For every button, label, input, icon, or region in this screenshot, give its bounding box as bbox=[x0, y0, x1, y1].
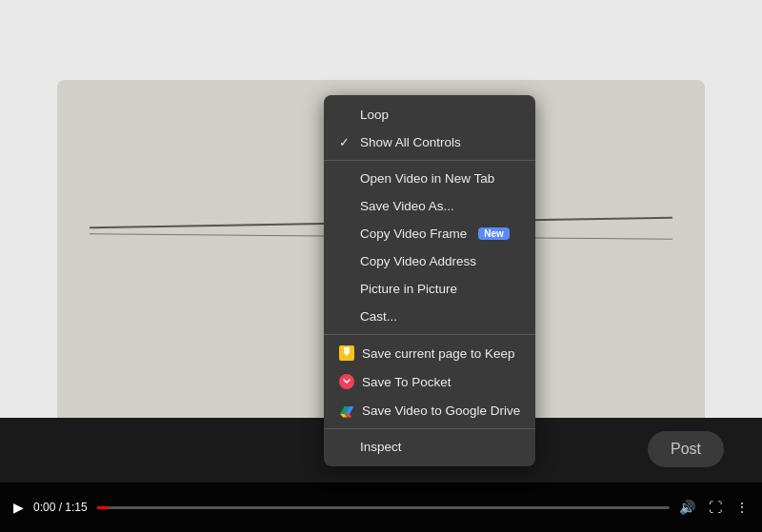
menu-item-pip-label: Picture in Picture bbox=[360, 282, 457, 296]
menu-item-save-to-drive-label: Save Video to Google Drive bbox=[362, 404, 520, 418]
volume-icon[interactable]: 🔊 bbox=[679, 500, 695, 515]
menu-item-loop[interactable]: Loop bbox=[324, 101, 535, 128]
separator-2 bbox=[324, 334, 535, 335]
menu-item-save-to-keep[interactable]: Save current page to Keep bbox=[324, 339, 535, 367]
time-display: 0:00 / 1:15 bbox=[33, 501, 88, 514]
menu-item-inspect-label: Inspect bbox=[360, 440, 402, 454]
post-button[interactable]: Post bbox=[648, 431, 724, 467]
menu-item-save-video-as[interactable]: Save Video As... bbox=[324, 192, 535, 220]
menu-item-save-to-drive[interactable]: Save Video to Google Drive bbox=[324, 396, 535, 424]
context-menu: Loop ✓ Show All Controls Open Video in N… bbox=[324, 95, 535, 466]
video-container: Post ▶ 0:00 / 1:15 🔊 ⛶ ⋮ Loop ✓ Show All… bbox=[0, 0, 762, 532]
menu-item-loop-label: Loop bbox=[360, 108, 389, 122]
menu-item-show-all-controls[interactable]: ✓ Show All Controls bbox=[324, 128, 535, 156]
menu-item-copy-video-frame[interactable]: Copy Video Frame New bbox=[324, 220, 535, 247]
menu-item-inspect[interactable]: Inspect bbox=[324, 433, 535, 461]
menu-item-cast-label: Cast... bbox=[360, 309, 397, 324]
menu-item-save-to-pocket-label: Save To Pocket bbox=[362, 375, 451, 389]
control-icons: 🔊 ⛶ ⋮ bbox=[679, 500, 749, 515]
menu-item-save-to-pocket[interactable]: Save To Pocket bbox=[324, 367, 535, 396]
new-badge: New bbox=[478, 227, 510, 240]
menu-item-save-video-as-label: Save Video As... bbox=[360, 199, 454, 213]
menu-item-copy-video-address-label: Copy Video Address bbox=[360, 254, 476, 268]
separator-1 bbox=[324, 160, 535, 161]
menu-item-copy-video-address[interactable]: Copy Video Address bbox=[324, 247, 535, 275]
fullscreen-icon[interactable]: ⛶ bbox=[709, 500, 722, 515]
show-all-controls-check: ✓ bbox=[339, 135, 352, 149]
menu-item-show-all-controls-label: Show All Controls bbox=[360, 135, 461, 149]
menu-item-copy-video-frame-label: Copy Video Frame bbox=[360, 227, 467, 241]
menu-item-open-new-tab[interactable]: Open Video in New Tab bbox=[324, 165, 535, 192]
menu-item-open-new-tab-label: Open Video in New Tab bbox=[360, 171, 494, 186]
menu-item-save-to-keep-label: Save current page to Keep bbox=[362, 346, 515, 361]
progress-bar[interactable] bbox=[97, 506, 670, 509]
play-button[interactable]: ▶ bbox=[13, 500, 24, 515]
drive-icon bbox=[339, 403, 354, 418]
more-options-icon[interactable]: ⋮ bbox=[735, 500, 749, 515]
keep-icon bbox=[339, 345, 354, 361]
video-controls: ▶ 0:00 / 1:15 🔊 ⛶ ⋮ bbox=[0, 483, 762, 532]
separator-3 bbox=[324, 428, 535, 429]
menu-item-picture-in-picture[interactable]: Picture in Picture bbox=[324, 275, 535, 303]
pocket-icon bbox=[339, 374, 354, 389]
menu-item-cast[interactable]: Cast... bbox=[324, 303, 535, 330]
progress-fill bbox=[97, 506, 109, 509]
